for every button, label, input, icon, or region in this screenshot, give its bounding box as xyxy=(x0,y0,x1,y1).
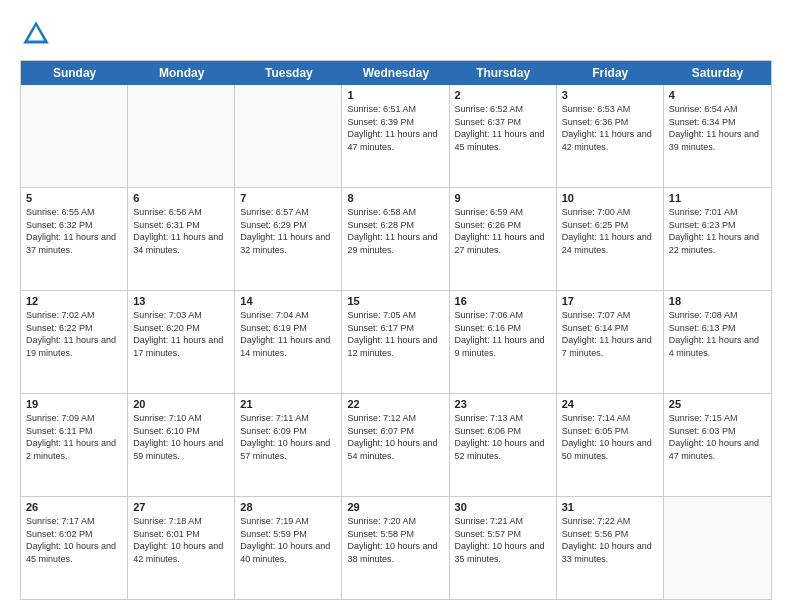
day-number: 3 xyxy=(562,89,658,101)
day-number: 15 xyxy=(347,295,443,307)
day-number: 26 xyxy=(26,501,122,513)
cell-info: Sunrise: 7:05 AM Sunset: 6:17 PM Dayligh… xyxy=(347,309,443,359)
day-number: 28 xyxy=(240,501,336,513)
day-number: 12 xyxy=(26,295,122,307)
calendar-cell: 3Sunrise: 6:53 AM Sunset: 6:36 PM Daylig… xyxy=(557,85,664,187)
calendar-header-row: SundayMondayTuesdayWednesdayThursdayFrid… xyxy=(21,61,771,85)
cell-info: Sunrise: 6:51 AM Sunset: 6:39 PM Dayligh… xyxy=(347,103,443,153)
day-number: 30 xyxy=(455,501,551,513)
calendar-cell: 20Sunrise: 7:10 AM Sunset: 6:10 PM Dayli… xyxy=(128,394,235,496)
calendar-cell: 15Sunrise: 7:05 AM Sunset: 6:17 PM Dayli… xyxy=(342,291,449,393)
calendar-cell: 8Sunrise: 6:58 AM Sunset: 6:28 PM Daylig… xyxy=(342,188,449,290)
day-number: 25 xyxy=(669,398,766,410)
day-number: 14 xyxy=(240,295,336,307)
cell-info: Sunrise: 6:56 AM Sunset: 6:31 PM Dayligh… xyxy=(133,206,229,256)
cell-info: Sunrise: 7:10 AM Sunset: 6:10 PM Dayligh… xyxy=(133,412,229,462)
calendar-cell: 14Sunrise: 7:04 AM Sunset: 6:19 PM Dayli… xyxy=(235,291,342,393)
calendar-cell: 18Sunrise: 7:08 AM Sunset: 6:13 PM Dayli… xyxy=(664,291,771,393)
day-number: 21 xyxy=(240,398,336,410)
calendar-cell xyxy=(235,85,342,187)
day-number: 4 xyxy=(669,89,766,101)
day-number: 10 xyxy=(562,192,658,204)
calendar-cell xyxy=(21,85,128,187)
day-number: 7 xyxy=(240,192,336,204)
cell-info: Sunrise: 6:58 AM Sunset: 6:28 PM Dayligh… xyxy=(347,206,443,256)
calendar-cell xyxy=(664,497,771,599)
day-number: 2 xyxy=(455,89,551,101)
calendar-row: 19Sunrise: 7:09 AM Sunset: 6:11 PM Dayli… xyxy=(21,394,771,497)
calendar-cell: 1Sunrise: 6:51 AM Sunset: 6:39 PM Daylig… xyxy=(342,85,449,187)
logo xyxy=(20,18,58,50)
weekday-header: Friday xyxy=(557,61,664,85)
day-number: 17 xyxy=(562,295,658,307)
calendar-cell: 5Sunrise: 6:55 AM Sunset: 6:32 PM Daylig… xyxy=(21,188,128,290)
day-number: 19 xyxy=(26,398,122,410)
calendar-cell: 28Sunrise: 7:19 AM Sunset: 5:59 PM Dayli… xyxy=(235,497,342,599)
cell-info: Sunrise: 7:21 AM Sunset: 5:57 PM Dayligh… xyxy=(455,515,551,565)
day-number: 23 xyxy=(455,398,551,410)
calendar: SundayMondayTuesdayWednesdayThursdayFrid… xyxy=(20,60,772,600)
cell-info: Sunrise: 7:09 AM Sunset: 6:11 PM Dayligh… xyxy=(26,412,122,462)
calendar-cell: 31Sunrise: 7:22 AM Sunset: 5:56 PM Dayli… xyxy=(557,497,664,599)
calendar-cell: 4Sunrise: 6:54 AM Sunset: 6:34 PM Daylig… xyxy=(664,85,771,187)
cell-info: Sunrise: 7:02 AM Sunset: 6:22 PM Dayligh… xyxy=(26,309,122,359)
calendar-row: 5Sunrise: 6:55 AM Sunset: 6:32 PM Daylig… xyxy=(21,188,771,291)
cell-info: Sunrise: 7:19 AM Sunset: 5:59 PM Dayligh… xyxy=(240,515,336,565)
calendar-cell: 23Sunrise: 7:13 AM Sunset: 6:06 PM Dayli… xyxy=(450,394,557,496)
day-number: 5 xyxy=(26,192,122,204)
weekday-header: Monday xyxy=(128,61,235,85)
weekday-header: Sunday xyxy=(21,61,128,85)
day-number: 6 xyxy=(133,192,229,204)
calendar-cell: 27Sunrise: 7:18 AM Sunset: 6:01 PM Dayli… xyxy=(128,497,235,599)
cell-info: Sunrise: 7:18 AM Sunset: 6:01 PM Dayligh… xyxy=(133,515,229,565)
day-number: 9 xyxy=(455,192,551,204)
cell-info: Sunrise: 7:06 AM Sunset: 6:16 PM Dayligh… xyxy=(455,309,551,359)
day-number: 20 xyxy=(133,398,229,410)
calendar-cell: 17Sunrise: 7:07 AM Sunset: 6:14 PM Dayli… xyxy=(557,291,664,393)
day-number: 31 xyxy=(562,501,658,513)
cell-info: Sunrise: 6:54 AM Sunset: 6:34 PM Dayligh… xyxy=(669,103,766,153)
cell-info: Sunrise: 7:07 AM Sunset: 6:14 PM Dayligh… xyxy=(562,309,658,359)
cell-info: Sunrise: 7:04 AM Sunset: 6:19 PM Dayligh… xyxy=(240,309,336,359)
calendar-cell xyxy=(128,85,235,187)
calendar-cell: 26Sunrise: 7:17 AM Sunset: 6:02 PM Dayli… xyxy=(21,497,128,599)
page-header xyxy=(20,18,772,50)
cell-info: Sunrise: 7:03 AM Sunset: 6:20 PM Dayligh… xyxy=(133,309,229,359)
calendar-cell: 22Sunrise: 7:12 AM Sunset: 6:07 PM Dayli… xyxy=(342,394,449,496)
calendar-cell: 11Sunrise: 7:01 AM Sunset: 6:23 PM Dayli… xyxy=(664,188,771,290)
weekday-header: Thursday xyxy=(450,61,557,85)
calendar-cell: 16Sunrise: 7:06 AM Sunset: 6:16 PM Dayli… xyxy=(450,291,557,393)
day-number: 24 xyxy=(562,398,658,410)
calendar-cell: 12Sunrise: 7:02 AM Sunset: 6:22 PM Dayli… xyxy=(21,291,128,393)
cell-info: Sunrise: 7:14 AM Sunset: 6:05 PM Dayligh… xyxy=(562,412,658,462)
cell-info: Sunrise: 7:13 AM Sunset: 6:06 PM Dayligh… xyxy=(455,412,551,462)
calendar-cell: 24Sunrise: 7:14 AM Sunset: 6:05 PM Dayli… xyxy=(557,394,664,496)
day-number: 13 xyxy=(133,295,229,307)
cell-info: Sunrise: 6:59 AM Sunset: 6:26 PM Dayligh… xyxy=(455,206,551,256)
cell-info: Sunrise: 7:17 AM Sunset: 6:02 PM Dayligh… xyxy=(26,515,122,565)
cell-info: Sunrise: 7:01 AM Sunset: 6:23 PM Dayligh… xyxy=(669,206,766,256)
cell-info: Sunrise: 6:55 AM Sunset: 6:32 PM Dayligh… xyxy=(26,206,122,256)
calendar-cell: 29Sunrise: 7:20 AM Sunset: 5:58 PM Dayli… xyxy=(342,497,449,599)
cell-info: Sunrise: 7:08 AM Sunset: 6:13 PM Dayligh… xyxy=(669,309,766,359)
cell-info: Sunrise: 7:00 AM Sunset: 6:25 PM Dayligh… xyxy=(562,206,658,256)
calendar-cell: 13Sunrise: 7:03 AM Sunset: 6:20 PM Dayli… xyxy=(128,291,235,393)
day-number: 27 xyxy=(133,501,229,513)
cell-info: Sunrise: 7:22 AM Sunset: 5:56 PM Dayligh… xyxy=(562,515,658,565)
calendar-cell: 6Sunrise: 6:56 AM Sunset: 6:31 PM Daylig… xyxy=(128,188,235,290)
cell-info: Sunrise: 6:57 AM Sunset: 6:29 PM Dayligh… xyxy=(240,206,336,256)
cell-info: Sunrise: 7:20 AM Sunset: 5:58 PM Dayligh… xyxy=(347,515,443,565)
calendar-row: 26Sunrise: 7:17 AM Sunset: 6:02 PM Dayli… xyxy=(21,497,771,599)
calendar-body: 1Sunrise: 6:51 AM Sunset: 6:39 PM Daylig… xyxy=(21,85,771,599)
day-number: 8 xyxy=(347,192,443,204)
cell-info: Sunrise: 6:52 AM Sunset: 6:37 PM Dayligh… xyxy=(455,103,551,153)
weekday-header: Saturday xyxy=(664,61,771,85)
calendar-cell: 21Sunrise: 7:11 AM Sunset: 6:09 PM Dayli… xyxy=(235,394,342,496)
day-number: 1 xyxy=(347,89,443,101)
calendar-cell: 19Sunrise: 7:09 AM Sunset: 6:11 PM Dayli… xyxy=(21,394,128,496)
cell-info: Sunrise: 7:11 AM Sunset: 6:09 PM Dayligh… xyxy=(240,412,336,462)
day-number: 18 xyxy=(669,295,766,307)
calendar-cell: 2Sunrise: 6:52 AM Sunset: 6:37 PM Daylig… xyxy=(450,85,557,187)
calendar-cell: 30Sunrise: 7:21 AM Sunset: 5:57 PM Dayli… xyxy=(450,497,557,599)
weekday-header: Tuesday xyxy=(235,61,342,85)
